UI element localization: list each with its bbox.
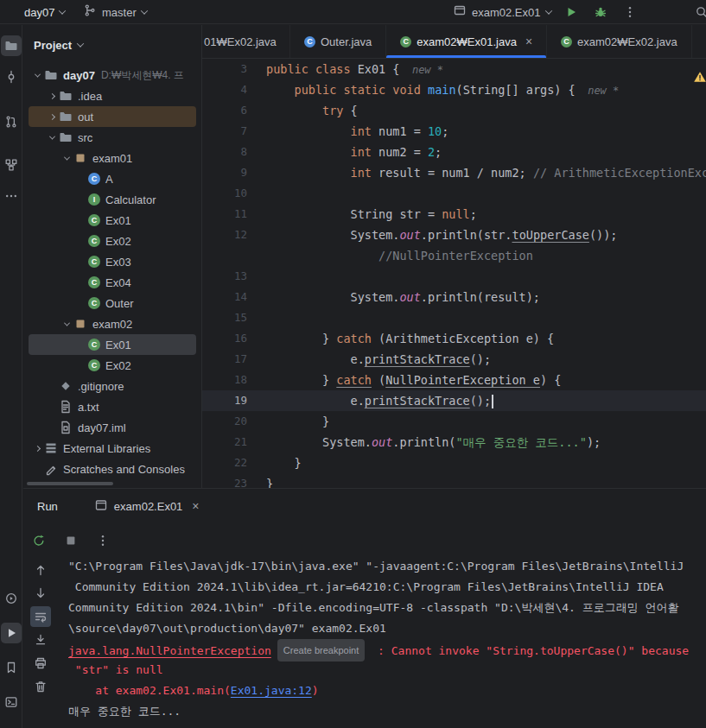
line-number[interactable]: 20 [202,411,266,432]
line-number[interactable]: 9 [202,162,266,183]
line-number[interactable]: 3 [202,59,266,79]
tree-item-ex02[interactable]: CEx02 [29,355,196,376]
code-line[interactable]: 8 int num2 = 2; [202,142,706,162]
line-number[interactable]: 8 [202,142,266,162]
editor-tab-exam02-ex01-java[interactable]: Cexam02₩Ex01.java× [386,25,547,58]
tree-item-day07-iml[interactable]: day07.iml [29,417,196,438]
tree-item-idea[interactable]: .idea [29,85,196,106]
line-number[interactable]: 7 [202,121,266,142]
prev-occurrence-button[interactable] [30,560,51,580]
code-line[interactable]: 6 try { [202,100,706,121]
structure-tool-button[interactable] [1,155,22,175]
tree-item-out[interactable]: out [29,106,196,127]
bookmarks-tool-button[interactable] [1,657,22,678]
code-line[interactable]: 21 System.out.println("매우 중요한 코드..."); [202,432,706,453]
tree-item-a[interactable]: CA [29,168,196,189]
tree-item-day07[interactable]: day07D:₩박세현₩4. 프 [29,65,196,85]
code-line[interactable]: 13 [202,266,706,287]
code-line[interactable]: 7 int num1 = 10; [202,121,706,142]
code-line[interactable]: 14 System.out.println(result); [202,287,706,307]
line-number[interactable]: 4 [202,79,266,100]
line-number[interactable]: 13 [202,266,266,287]
code-line[interactable]: 11 String str = null; [202,204,706,225]
run-button[interactable] [564,0,578,24]
line-number[interactable]: 10 [202,183,266,204]
line-number[interactable]: 21 [202,432,266,453]
tree-item-exam02[interactable]: exam02 [29,313,196,334]
code-line[interactable]: 16 } catch (ArithmeticException e) { [202,328,706,349]
tree-item-ex04[interactable]: CEx04 [29,272,196,293]
scroll-to-end-button[interactable] [30,630,51,650]
services-tool-button[interactable] [1,588,22,609]
clear-console-button[interactable] [30,676,51,697]
code-line[interactable]: 17 e.printStackTrace(); [202,349,706,370]
run-tool-button[interactable] [1,623,22,643]
tree-item-calculator[interactable]: ICalculator [29,189,196,210]
search-button[interactable] [695,0,706,24]
line-number[interactable]: 12 [202,225,266,245]
console-output[interactable]: "C:\Program Files\Java\jdk-17\bin\java.e… [68,556,704,727]
project-tool-button[interactable] [1,35,22,56]
tree-item-ex01[interactable]: CEx01 [29,334,196,355]
code-line[interactable]: 3public class Ex01 { new * [202,59,706,79]
horizontal-scrollbar[interactable] [27,482,113,485]
print-button[interactable] [30,653,51,674]
line-number[interactable]: 11 [202,204,266,225]
project-panel-header[interactable]: Project [23,25,201,65]
line-number[interactable]: 23 [202,473,266,488]
rerun-button[interactable] [29,530,49,551]
create-breakpoint-badge[interactable]: Create breakpoint [277,639,365,662]
stop-button[interactable] [60,530,81,551]
code-line[interactable]: 18 } catch (NullPointerException e) { [202,370,706,390]
tree-item-ex03[interactable]: CEx03 [29,251,196,272]
code-editor[interactable]: 3public class Ex01 { new *4 public stati… [202,59,706,488]
chevron-down-icon[interactable] [64,154,70,160]
code-line[interactable]: 4 public static void main(String[] args)… [202,79,706,100]
tree-item-outer[interactable]: COuter [29,293,196,313]
tree-item-external-libraries[interactable]: External Libraries [29,438,196,459]
next-occurrence-button[interactable] [30,583,51,604]
console-link[interactable]: Ex01.java:12 [231,684,312,697]
code-line[interactable]: 20 } [202,411,706,432]
line-number[interactable]: 19 [202,390,266,411]
line-number[interactable] [202,245,266,266]
code-line[interactable]: 23} [202,473,706,488]
inspections-widget[interactable] [693,70,706,87]
code-line[interactable]: 22 } [202,453,706,473]
line-number[interactable]: 18 [202,370,266,390]
code-line[interactable]: 19 e.printStackTrace(); [202,390,706,411]
editor-tab-01-ex02-java[interactable]: 01₩Ex02.java [202,25,290,58]
console-link[interactable]: java.lang.NullPointerException [68,644,271,657]
pull-requests-tool-button[interactable] [1,111,22,132]
project-widget[interactable]: day07 [24,0,65,24]
line-number[interactable]: 15 [202,307,266,328]
more-options-button[interactable] [92,530,113,551]
tree-item-ex01[interactable]: CEx01 [29,210,196,231]
chevron-right-icon[interactable] [35,445,41,451]
terminal-tool-button[interactable] [1,692,22,712]
code-line[interactable]: 15 [202,307,706,328]
code-line[interactable]: 9 int result = num1 / num2; // Arithmeti… [202,162,706,183]
chevron-down-icon[interactable] [49,133,55,139]
run-tab-exam02-ex01[interactable]: exam02.Ex01 × [87,489,207,523]
more-actions-button[interactable] [623,0,637,24]
chevron-right-icon[interactable] [49,113,55,119]
branch-widget[interactable]: master [83,0,147,24]
tree-item-gitignore[interactable]: .gitignore [29,376,196,396]
code-line[interactable]: 10 [202,183,706,204]
tree-item-exam01[interactable]: exam01 [29,148,196,168]
editor-tab-exam02-ex02-java[interactable]: Cexam02₩Ex02.java [547,25,692,58]
debug-button[interactable] [594,0,607,24]
editor-tab-outer-java[interactable]: COuter.java [290,25,386,58]
tree-item-a-txt[interactable]: a.txt [29,396,196,417]
run-config-widget[interactable]: exam02.Ex01 [453,0,551,24]
tree-item-src[interactable]: src [29,127,196,148]
chevron-right-icon[interactable] [49,92,55,98]
close-icon[interactable]: × [192,500,199,512]
tree-item-ex02[interactable]: CEx02 [29,231,196,251]
chevron-down-icon[interactable] [64,320,70,326]
line-number[interactable]: 16 [202,328,266,349]
line-number[interactable]: 22 [202,453,266,473]
line-number[interactable]: 14 [202,287,266,307]
line-number[interactable]: 17 [202,349,266,370]
